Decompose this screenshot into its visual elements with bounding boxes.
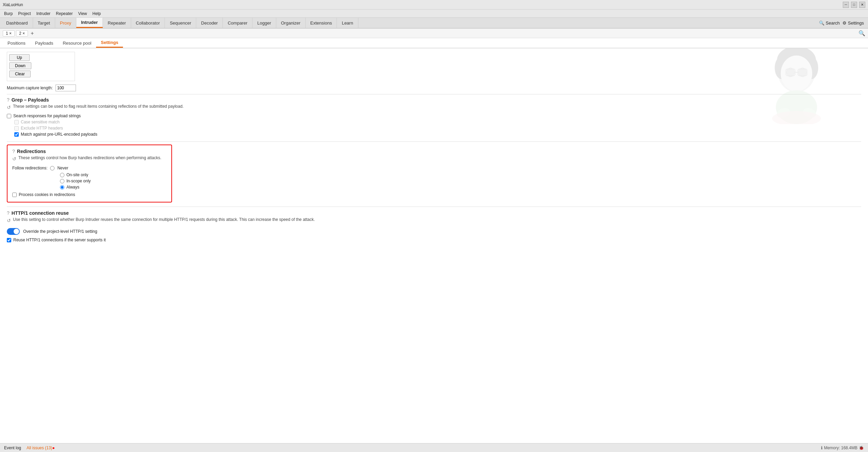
nav-tabs-left: Dashboard Target Proxy Intruder Repeater…: [1, 18, 358, 28]
tab-organizer[interactable]: Organizer: [276, 18, 306, 28]
exclude-http-row: Exclude HTTP headers: [14, 126, 861, 131]
down-button[interactable]: Down: [9, 62, 31, 69]
tab-intruder[interactable]: Intruder: [76, 18, 103, 28]
redirections-header: ? Redirections: [12, 149, 167, 154]
redirect-always-row: Always: [60, 185, 167, 190]
case-sensitive-checkbox[interactable]: [14, 120, 19, 124]
grep-reset-icon[interactable]: ↺: [7, 105, 11, 110]
button-area: Up Down Clear: [7, 52, 75, 81]
search-label: Search: [826, 20, 840, 26]
settings-label: Settings: [848, 20, 864, 26]
title-bar-title: XiaLuoHun: [3, 2, 23, 7]
redirect-onsite-row: On-site only: [60, 172, 167, 177]
menu-view[interactable]: View: [75, 11, 90, 17]
nav-tabs-right: 🔍 Search ⚙ Settings: [819, 20, 867, 26]
case-sensitive-label: Case sensitive match: [21, 120, 60, 124]
menu-help[interactable]: Help: [90, 11, 104, 17]
sub-tabs-row: 1 × 2 × + 🔍: [0, 29, 868, 38]
tab-target[interactable]: Target: [33, 18, 55, 28]
sub-tab-2[interactable]: 2 ×: [16, 30, 28, 36]
redirections-reset-icon[interactable]: ↺: [12, 156, 16, 162]
menu-bar: Burp Project Intruder Repeater View Help: [0, 10, 868, 18]
title-bar: XiaLuoHun ─ □ ✕: [0, 0, 868, 10]
tab-logger[interactable]: Logger: [252, 18, 276, 28]
tab-payloads[interactable]: Payloads: [30, 38, 58, 48]
process-cookies-label: Process cookies in redirections: [19, 192, 75, 197]
tab-settings[interactable]: Settings: [96, 38, 123, 48]
http1-header: ? HTTP/1 connection reuse: [7, 210, 861, 216]
tab-proxy[interactable]: Proxy: [55, 18, 76, 28]
redirect-always-radio[interactable]: [60, 185, 64, 190]
max-capture-input[interactable]: [56, 85, 76, 91]
http1-help-icon[interactable]: ?: [7, 210, 10, 216]
redirect-never-radio[interactable]: [50, 166, 55, 170]
redirections-help-icon[interactable]: ?: [12, 149, 15, 154]
grep-payloads-desc: These settings can be used to flag resul…: [13, 104, 184, 109]
redirect-always-label: Always: [66, 185, 79, 190]
search-button[interactable]: 🔍 Search: [819, 20, 840, 26]
menu-repeater[interactable]: Repeater: [53, 11, 75, 17]
menu-project[interactable]: Project: [15, 11, 33, 17]
gear-icon: ⚙: [842, 20, 847, 26]
grep-payloads-header: ? Grep – Payloads: [7, 97, 861, 103]
tab-positions[interactable]: Positions: [3, 38, 30, 48]
reuse-http1-label: Reuse HTTP/1 connections if the server s…: [13, 238, 106, 242]
add-tab-button[interactable]: +: [29, 30, 35, 36]
sub-search-icon[interactable]: 🔍: [858, 30, 865, 36]
up-button[interactable]: Up: [9, 54, 30, 61]
match-preurl-row: Match against pre-URL-encoded payloads: [14, 132, 861, 137]
exclude-http-label: Exclude HTTP headers: [21, 126, 63, 131]
redirect-onsite-radio[interactable]: [60, 173, 64, 177]
inner-tabs: Positions Payloads Resource pool Setting…: [0, 38, 868, 48]
http1-section: ? HTTP/1 connection reuse ↺ Use this set…: [7, 210, 861, 242]
max-capture-row: Maximum capture length:: [7, 85, 861, 91]
redirect-inscope-row: In-scope only: [60, 179, 167, 183]
grep-sub-options: Case sensitive match Exclude HTTP header…: [14, 120, 861, 137]
tab-extensions[interactable]: Extensions: [306, 18, 337, 28]
tab-repeater[interactable]: Repeater: [103, 18, 131, 28]
redirect-inscope-radio[interactable]: [60, 179, 64, 183]
case-sensitive-row: Case sensitive match: [14, 120, 861, 124]
override-toggle[interactable]: [7, 228, 20, 235]
tab-resource-pool[interactable]: Resource pool: [58, 38, 96, 48]
http1-desc: Use this setting to control whether Burp…: [13, 217, 315, 222]
http1-title: HTTP/1 connection reuse: [12, 210, 69, 216]
override-toggle-label: Override the project-level HTTP/1 settin…: [23, 229, 97, 234]
http1-reset-icon[interactable]: ↺: [7, 218, 11, 223]
settings-button[interactable]: ⚙ Settings: [842, 20, 864, 26]
tab-dashboard[interactable]: Dashboard: [1, 18, 33, 28]
tab-decoder[interactable]: Decoder: [196, 18, 223, 28]
sub-tab-1[interactable]: 1 ×: [3, 30, 15, 36]
redirect-onsite-label: On-site only: [66, 172, 88, 177]
exclude-http-checkbox[interactable]: [14, 126, 19, 131]
menu-intruder[interactable]: Intruder: [34, 11, 53, 17]
grep-payloads-section: ? Grep – Payloads ↺ These settings can b…: [7, 97, 861, 137]
title-bar-controls[interactable]: ─ □ ✕: [843, 2, 865, 8]
grep-help-icon[interactable]: ?: [7, 97, 10, 103]
main-content: Up Down Clear Maximum capture length: ? …: [0, 48, 868, 443]
reuse-http1-row: Reuse HTTP/1 connections if the server s…: [7, 238, 861, 242]
tab-learn[interactable]: Learn: [337, 18, 358, 28]
maximize-button[interactable]: □: [851, 2, 857, 8]
search-responses-checkbox[interactable]: [7, 114, 11, 118]
tab-collaborator[interactable]: Collaborator: [131, 18, 165, 28]
redirect-inscope-label: In-scope only: [66, 179, 91, 183]
minimize-button[interactable]: ─: [843, 2, 849, 8]
redirections-section: ? Redirections ↺ These settings control …: [7, 145, 172, 202]
tab-comparer[interactable]: Comparer: [223, 18, 252, 28]
process-cookies-checkbox[interactable]: [12, 193, 17, 197]
max-capture-label: Maximum capture length:: [7, 86, 53, 90]
grep-payloads-title: Grep – Payloads: [12, 97, 49, 103]
override-toggle-row: Override the project-level HTTP/1 settin…: [7, 228, 861, 235]
nav-tabs: Dashboard Target Proxy Intruder Repeater…: [0, 18, 868, 29]
title-bar-left: XiaLuoHun: [3, 2, 23, 7]
close-button[interactable]: ✕: [859, 2, 865, 8]
tab-sequencer[interactable]: Sequencer: [165, 18, 196, 28]
search-responses-row: Search responses for payload strings: [7, 114, 861, 118]
clear-button[interactable]: Clear: [9, 71, 31, 77]
reuse-http1-checkbox[interactable]: [7, 238, 11, 242]
match-preurl-checkbox[interactable]: [14, 132, 19, 137]
menu-burp[interactable]: Burp: [1, 11, 15, 17]
follow-redirections-row: Follow redirections: Never: [12, 166, 167, 170]
redirect-never-label: Never: [57, 166, 68, 170]
